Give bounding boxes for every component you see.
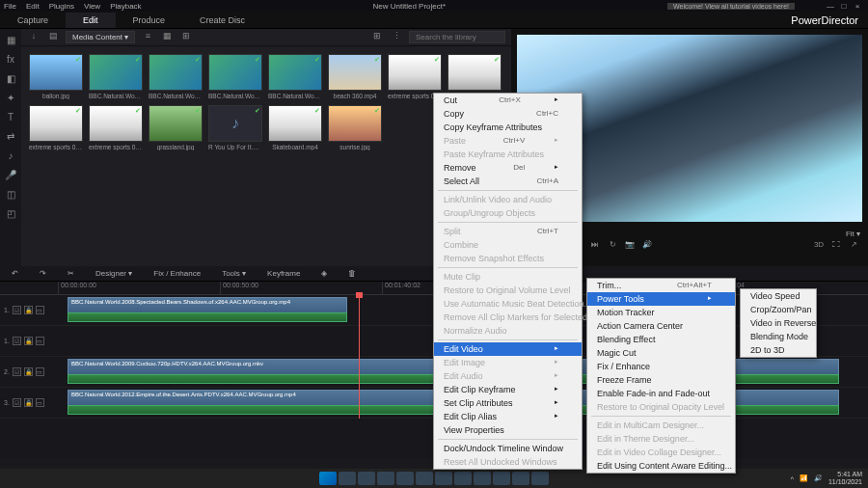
filter-icon[interactable]: ▤	[46, 31, 60, 44]
media-thumbnail[interactable]: ♪✔R You Up For It.m4a	[208, 105, 262, 150]
menu-item[interactable]: Action Camera Center	[587, 319, 735, 333]
menu-file[interactable]: File	[4, 2, 16, 11]
view-grid-icon[interactable]: ▦	[160, 31, 174, 44]
tab-capture[interactable]: Capture	[0, 13, 66, 28]
designer-dropdown[interactable]: Designer ▾	[90, 269, 138, 278]
menu-item[interactable]: Fix / Enhance	[587, 360, 735, 373]
media-content-dropdown[interactable]: Media Content ▾	[66, 31, 135, 43]
lock-icon[interactable]: 🔒	[24, 306, 33, 314]
menu-edit[interactable]: Edit	[26, 2, 40, 11]
tray-wifi-icon[interactable]: 📶	[800, 474, 808, 482]
menu-item[interactable]: Select AllCtrl+A	[434, 175, 582, 188]
visibility-icon[interactable]: ☑	[13, 367, 21, 376]
tab-create-disc[interactable]: Create Disc	[182, 13, 262, 28]
media-thumbnail[interactable]: ✔ballon.jpg	[29, 54, 83, 99]
media-thumbnail[interactable]: ✔beach 360.mp4	[328, 54, 382, 99]
close-button[interactable]: ×	[851, 2, 864, 11]
marker-icon[interactable]: ◈	[315, 269, 333, 278]
lock-icon[interactable]: 🔒	[24, 367, 33, 376]
menu-item[interactable]: Edit Using Content Aware Editing...	[587, 459, 735, 473]
menu-item[interactable]: Edit Clip Keyframe	[434, 383, 582, 396]
lock-icon[interactable]: 🔒	[24, 337, 33, 345]
menu-item[interactable]: Power Tools	[587, 292, 735, 306]
media-thumbnail[interactable]: ✔extreme sports 04.jpg	[89, 105, 143, 150]
media-thumbnail[interactable]: ✔BBC.Natural.World.2...	[89, 54, 143, 99]
media-thumbnail[interactable]: ✔BBC.Natural.World.2...	[208, 54, 262, 99]
visibility-icon[interactable]: ☑	[13, 306, 21, 314]
track-header[interactable]: 2.☑🔒▭	[0, 357, 58, 388]
media-thumbnail[interactable]: ✔extreme sports 03.jpg	[29, 105, 83, 150]
media-thumbnail[interactable]: ✔grassland.jpg	[149, 105, 203, 150]
subtitle-room-icon[interactable]: ◰	[3, 206, 18, 222]
view-list-icon[interactable]: ≡	[141, 31, 154, 44]
snapshot-button[interactable]: 📷	[623, 240, 637, 254]
chapter-room-icon[interactable]: ◫	[3, 187, 18, 203]
fix-enhance-button[interactable]: Fix / Enhance	[148, 269, 206, 278]
menu-item[interactable]: Edit Clip Alias	[434, 410, 582, 423]
visibility-icon[interactable]: ☑	[13, 337, 21, 345]
tray-volume-icon[interactable]: 🔊	[814, 474, 823, 482]
menu-view[interactable]: View	[84, 2, 100, 11]
volume-button[interactable]: 🔊	[640, 240, 654, 254]
timeline-audio-clip[interactable]	[68, 312, 347, 322]
menu-playback[interactable]: Playback	[110, 2, 141, 11]
menu-item[interactable]: CopyCtrl+C	[434, 107, 582, 121]
maximize-button[interactable]: □	[837, 2, 851, 11]
explorer-icon[interactable]	[396, 472, 414, 485]
tab-edit[interactable]: Edit	[66, 13, 116, 28]
menu-item[interactable]: Dock/Undock Timeline Window	[434, 442, 582, 455]
cut-tool-icon[interactable]: ✂	[62, 269, 80, 278]
track-header[interactable]: 1.☑🔒▭	[0, 295, 58, 326]
title-room-icon[interactable]: T	[3, 110, 18, 125]
visibility-icon[interactable]: ☑	[13, 398, 21, 407]
menu-item[interactable]: Motion Tracker	[587, 306, 735, 319]
effect-room-icon[interactable]: fx	[3, 52, 18, 68]
particle-room-icon[interactable]: ✦	[3, 91, 18, 106]
minimize-button[interactable]: —	[824, 2, 837, 11]
menu-item[interactable]: Blending Effect	[587, 333, 735, 346]
playhead[interactable]	[359, 295, 360, 419]
popout-button[interactable]: ↗	[847, 240, 860, 254]
app-icon[interactable]	[454, 472, 472, 485]
menu-item[interactable]: CutCtrl+X	[434, 94, 582, 107]
task-view-icon[interactable]	[358, 472, 375, 485]
search-taskbar-icon[interactable]	[339, 472, 356, 485]
audio-room-icon[interactable]: ♪	[3, 149, 18, 164]
menu-item[interactable]: Enable Fade-in and Fade-out	[587, 387, 735, 400]
redo-button[interactable]: ↷	[34, 269, 52, 278]
media-thumbnail[interactable]: ✔sunrise.jpg	[328, 105, 382, 150]
menu-item[interactable]: Copy Keyframe Attributes	[434, 121, 582, 134]
keyframe-button[interactable]: Keyframe	[261, 269, 306, 278]
menu-item[interactable]: Blending Mode	[741, 330, 816, 343]
menu-item[interactable]: Freeze Frame	[587, 373, 735, 387]
powerdirector-taskbar-icon[interactable]	[531, 472, 549, 485]
menu-item[interactable]: Magic Cut	[587, 346, 735, 360]
tools-dropdown[interactable]: Tools ▾	[216, 269, 252, 278]
library-menu-icon[interactable]: ⋮	[390, 31, 403, 44]
media-thumbnail[interactable]: ✔BBC.Natural.World.2...	[149, 54, 203, 99]
loop-button[interactable]: ↻	[606, 240, 619, 254]
pip-room-icon[interactable]: ◧	[3, 71, 18, 87]
track-header[interactable]: 1.☑🔒▭	[0, 326, 58, 357]
transition-room-icon[interactable]: ⇄	[3, 129, 18, 145]
tab-produce[interactable]: Produce	[116, 13, 183, 28]
menu-item[interactable]: RemoveDel	[434, 161, 582, 175]
menu-item[interactable]: Video Speed	[741, 289, 816, 303]
app-icon[interactable]	[493, 472, 510, 485]
menu-item[interactable]: Set Clip Attributes	[434, 396, 582, 410]
widgets-icon[interactable]	[377, 472, 394, 485]
media-thumbnail[interactable]: ✔Skateboard.mp4	[268, 105, 322, 150]
voice-room-icon[interactable]: 🎤	[3, 168, 18, 183]
import-icon[interactable]: ↓	[27, 31, 41, 44]
menu-plugins[interactable]: Plugins	[49, 2, 74, 11]
menu-item[interactable]: Edit Video	[434, 342, 582, 356]
tray-chevron-icon[interactable]: ^	[791, 475, 794, 482]
app-icon[interactable]	[512, 472, 529, 485]
app-icon[interactable]	[474, 472, 491, 485]
fullscreen-button[interactable]: ⛶	[829, 240, 843, 254]
fit-dropdown[interactable]: Fit ▾	[846, 230, 860, 238]
menu-item[interactable]: View Properties	[434, 423, 582, 437]
search-input[interactable]	[409, 31, 505, 43]
track-header[interactable]: 3.☑🔒▭	[0, 388, 58, 419]
media-thumbnail[interactable]: ✔BBC.Natural.World.2...	[268, 54, 322, 99]
